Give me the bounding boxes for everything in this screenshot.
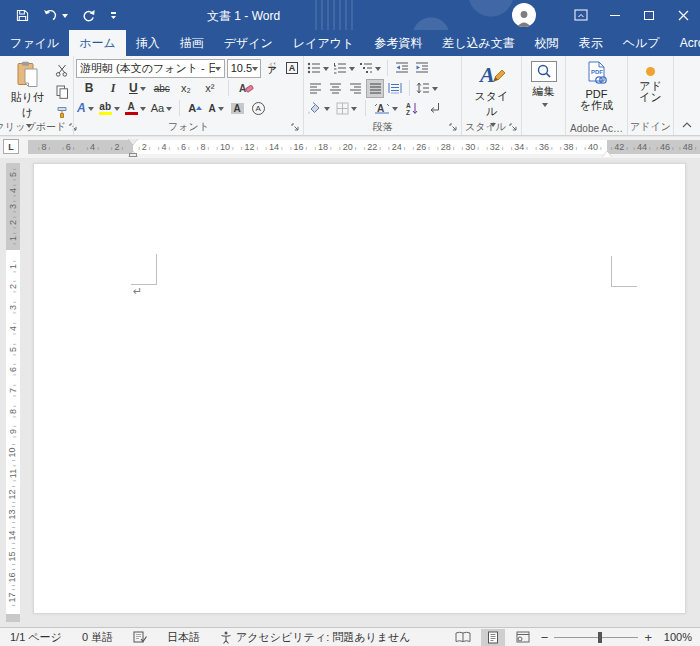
- tab-mailings[interactable]: 差し込み文書: [432, 30, 525, 56]
- align-right-button[interactable]: [346, 79, 364, 98]
- account-avatar[interactable]: [512, 3, 536, 27]
- italic-button[interactable]: I: [104, 79, 122, 98]
- ribbon-display-options-button[interactable]: [564, 0, 598, 30]
- tab-stop-selector[interactable]: L: [3, 139, 19, 154]
- collapse-ribbon-button[interactable]: [678, 118, 696, 132]
- tab-references[interactable]: 参考資料: [364, 30, 432, 56]
- page-count-status[interactable]: 1/1 ページ: [0, 630, 72, 645]
- justify-button[interactable]: [366, 79, 384, 98]
- zoom-level[interactable]: 100%: [658, 631, 692, 643]
- underline-caret[interactable]: [140, 87, 146, 94]
- font-family-caret: [215, 67, 221, 74]
- distribute-button[interactable]: [386, 79, 404, 98]
- right-indent-marker[interactable]: [602, 146, 612, 157]
- align-center-button[interactable]: [326, 79, 344, 98]
- zoom-in-button[interactable]: +: [644, 631, 652, 644]
- multilevel-caret[interactable]: [375, 67, 381, 74]
- tab-view[interactable]: 表示: [569, 30, 613, 56]
- numbering-caret[interactable]: [349, 67, 355, 74]
- grow-font-button[interactable]: A: [186, 99, 204, 118]
- document-canvas[interactable]: 54321 1234567891011121314151617 ↵: [0, 158, 700, 627]
- text-effects-button[interactable]: A: [76, 99, 95, 118]
- tab-insert[interactable]: 挿入: [126, 30, 170, 56]
- enclose-characters-button[interactable]: A: [249, 99, 267, 118]
- align-left-button[interactable]: [306, 79, 324, 98]
- editing-button[interactable]: 編集: [524, 58, 563, 111]
- bullets-button[interactable]: [306, 59, 330, 78]
- bullets-caret[interactable]: [323, 67, 329, 74]
- font-size-combo[interactable]: 10.5: [227, 59, 261, 78]
- multilevel-list-button[interactable]: [358, 59, 382, 78]
- word-count-status[interactable]: 0 単語: [72, 630, 123, 645]
- asian-layout-button[interactable]: A: [373, 99, 399, 118]
- font-color-caret[interactable]: [140, 107, 146, 114]
- font-dialog-launcher[interactable]: [291, 123, 300, 132]
- decrease-indent-button[interactable]: [393, 59, 411, 78]
- proofing-status[interactable]: [123, 631, 157, 643]
- minimize-button[interactable]: [598, 0, 632, 30]
- increase-indent-button[interactable]: [413, 59, 431, 78]
- line-spacing-button[interactable]: [415, 79, 439, 98]
- print-layout-button[interactable]: [481, 629, 505, 646]
- shading-button[interactable]: [306, 99, 331, 118]
- borders-caret[interactable]: [351, 107, 357, 114]
- asian-layout-caret[interactable]: [392, 107, 398, 114]
- font-color-button[interactable]: A: [124, 99, 147, 118]
- tab-home[interactable]: ホーム: [69, 30, 126, 56]
- change-case-caret[interactable]: [166, 107, 172, 114]
- tab-review[interactable]: 校閲: [525, 30, 569, 56]
- language-status[interactable]: 日本語: [157, 630, 210, 645]
- addins-button[interactable]: アドイン: [630, 58, 671, 106]
- vertical-ruler[interactable]: 54321 1234567891011121314151617: [6, 163, 20, 622]
- read-mode-button[interactable]: [451, 629, 475, 646]
- editing-caret[interactable]: [542, 103, 548, 110]
- clear-formatting-button[interactable]: A: [238, 79, 256, 98]
- line-spacing-caret[interactable]: [432, 87, 438, 94]
- web-layout-button[interactable]: [511, 629, 535, 646]
- show-formatting-marks-button[interactable]: [425, 99, 443, 118]
- save-button[interactable]: [16, 9, 29, 22]
- copy-button[interactable]: [53, 82, 71, 101]
- subscript-button[interactable]: x₂: [177, 79, 195, 98]
- font-family-combo[interactable]: 游明朝 (本文のフォント - 日本: [76, 59, 225, 78]
- tab-draw[interactable]: 描画: [170, 30, 214, 56]
- zoom-slider[interactable]: [554, 637, 638, 638]
- tab-layout[interactable]: レイアウト: [283, 30, 364, 56]
- customize-qat-button[interactable]: [109, 11, 118, 20]
- tab-design[interactable]: デザイン: [214, 30, 283, 56]
- left-indent-marker[interactable]: [129, 153, 137, 157]
- shading-caret[interactable]: [324, 107, 330, 114]
- page[interactable]: ↵: [33, 163, 686, 614]
- borders-button[interactable]: [335, 99, 358, 118]
- paragraph-dialog-launcher[interactable]: [449, 123, 458, 132]
- cut-button[interactable]: [53, 61, 71, 80]
- superscript-button[interactable]: x²: [201, 79, 219, 98]
- tab-acrobat[interactable]: Acrobat: [670, 30, 700, 56]
- maximize-button[interactable]: [632, 0, 666, 30]
- text-effects-caret[interactable]: [88, 107, 94, 114]
- character-shading-button[interactable]: A: [228, 99, 246, 118]
- undo-dropdown-caret[interactable]: [62, 14, 68, 21]
- zoom-slider-handle[interactable]: [598, 632, 602, 643]
- strikethrough-button[interactable]: abc: [153, 79, 171, 98]
- tab-help[interactable]: ヘルプ: [613, 30, 670, 56]
- close-button[interactable]: [666, 0, 700, 30]
- redo-button[interactable]: [82, 9, 95, 22]
- phonetic-guide-button[interactable]: ィｨア: [263, 59, 281, 78]
- change-case-button[interactable]: Aa: [150, 99, 173, 118]
- accessibility-status[interactable]: アクセシビリティ: 問題ありません: [210, 630, 420, 645]
- zoom-out-button[interactable]: −: [541, 631, 549, 644]
- tab-file[interactable]: ファイル: [0, 30, 69, 56]
- sort-button[interactable]: AZ: [403, 99, 421, 118]
- numbering-button[interactable]: [332, 59, 356, 78]
- character-border-button[interactable]: A: [283, 59, 301, 78]
- bold-button[interactable]: B: [80, 79, 98, 98]
- highlight-caret[interactable]: [114, 107, 120, 114]
- highlight-button[interactable]: ab: [98, 99, 121, 118]
- styles-dialog-launcher[interactable]: [509, 123, 518, 132]
- underline-button[interactable]: U: [128, 79, 147, 98]
- statusbar-right: − + 100%: [451, 629, 700, 646]
- shrink-font-button[interactable]: A: [207, 99, 225, 118]
- undo-button[interactable]: [43, 9, 68, 21]
- create-pdf-button[interactable]: PDF PDFを作成: [568, 58, 625, 114]
